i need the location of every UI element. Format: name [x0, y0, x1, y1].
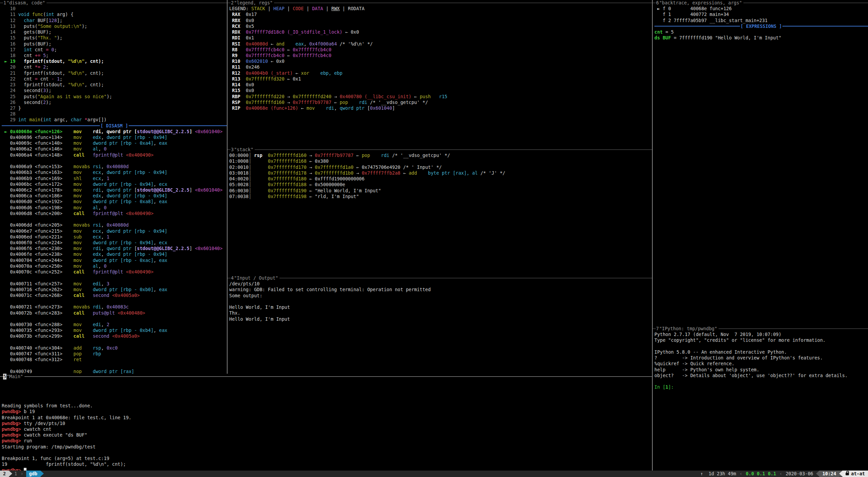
tmux-window-inactive[interactable]: 1 › [12, 471, 26, 477]
pane-backtrace-expressions[interactable]: 6 "backtrace, expressions, args" ► f 0 4… [653, 0, 868, 326]
registers-listing: LEGEND: STACK | HEAP | CODE | DATA | RWX… [228, 6, 652, 111]
powerline-arrow-icon [816, 471, 819, 477]
ipython-banner: Python 2.7.17 (default, Nov 7 2019, 10:0… [653, 332, 868, 390]
pane-border-vertical-left[interactable] [227, 0, 228, 374]
chevron-left-icon: ‹ [779, 471, 783, 477]
watch-expressions: cnt = 5ds BUF = 7fffffffd190 "Hello Worl… [653, 29, 868, 41]
status-clock: 10:24 [819, 471, 839, 477]
pane-title-backtrace: 6 "backtrace, expressions, args" [653, 0, 868, 6]
gdb-console[interactable]: Reading symbols from test...done.pwndbg>… [0, 379, 652, 471]
powerline-arrow-icon [40, 471, 44, 477]
disasm-section-separator: [ DISASM ] [0, 123, 227, 129]
status-date: 2020-03-06 [783, 471, 816, 477]
chevron-right-icon: › [20, 471, 24, 476]
lock-icon [846, 473, 849, 475]
uptime-indicator: ↑ 1d 23h 49m [698, 471, 739, 477]
pane-border-vertical-right[interactable] [652, 0, 653, 471]
tmux-session-badge[interactable]: 2 [0, 471, 9, 477]
pane-input-output[interactable]: 4 "Input / Output" /dev/pts/10warning: G… [228, 275, 652, 374]
pane-legend-regs[interactable]: 2 "legend, regs" LEGEND: STACK | HEAP | … [228, 0, 652, 147]
powerline-arrow-icon [839, 471, 843, 477]
tmux-window-active-gdb[interactable]: gdb [26, 471, 40, 477]
pane-title-disasm-code: 1 "disasm, code" [0, 0, 227, 6]
pane-ipython[interactable]: 7 "IPython: tmp/pwndbg" Python 2.7.17 (d… [653, 326, 868, 471]
expressions-separator: [ EXPRESSIONS ] [653, 23, 868, 29]
tmux-status-bar: 2 1 › gdb ↑ 1d 23h 49m ‹ 0.0 0.1 0.1 ‹ 2… [0, 471, 868, 477]
pane-title-main: 5 "Main" [0, 374, 652, 379]
powerline-arrow-icon [9, 471, 12, 477]
hostname-badge: at-at [843, 471, 868, 477]
status-bar-spacer [44, 471, 698, 477]
tmux-pwndbg-screen: 1 "disasm, code" 10 11 void func(int arg… [0, 0, 868, 477]
pane-main-gdb-console[interactable]: 5 "Main" Reading symbols from test...don… [0, 374, 652, 471]
pane-title-input-output: 4 "Input / Output" [228, 275, 652, 281]
disassembly-listing: ► 0x40068e <func+126> mov rdi, qword ptr… [0, 129, 227, 374]
uptime-arrow-icon: ↑ [700, 471, 703, 476]
pane-title-legend-regs: 2 "legend, regs" [228, 0, 652, 6]
pane-title-ipython: 7 "IPython: tmp/pwndbg" [653, 326, 868, 332]
chevron-left-icon: ‹ [739, 471, 743, 477]
stack-listing: 00:0000│ rsp 0x7fffffffd160 → 0x7ffff7b9… [228, 153, 652, 199]
pane-stack[interactable]: 3 "stack" 00:0000│ rsp 0x7fffffffd160 → … [228, 147, 652, 275]
program-output: /dev/pts/10warning: GDB: Failed to set c… [228, 281, 652, 322]
pane-disasm-code[interactable]: 1 "disasm, code" 10 11 void func(int arg… [0, 0, 227, 374]
backtrace-frames: ► f 0 40068e func+126 f 1 400772 main+34… [653, 6, 868, 23]
source-code-listing: 10 11 void func(int arg) { 12 char BUF[1… [0, 6, 227, 123]
pane-title-stack: 3 "stack" [228, 147, 652, 153]
load-average: 0.0 0.1 0.1 [743, 471, 779, 477]
